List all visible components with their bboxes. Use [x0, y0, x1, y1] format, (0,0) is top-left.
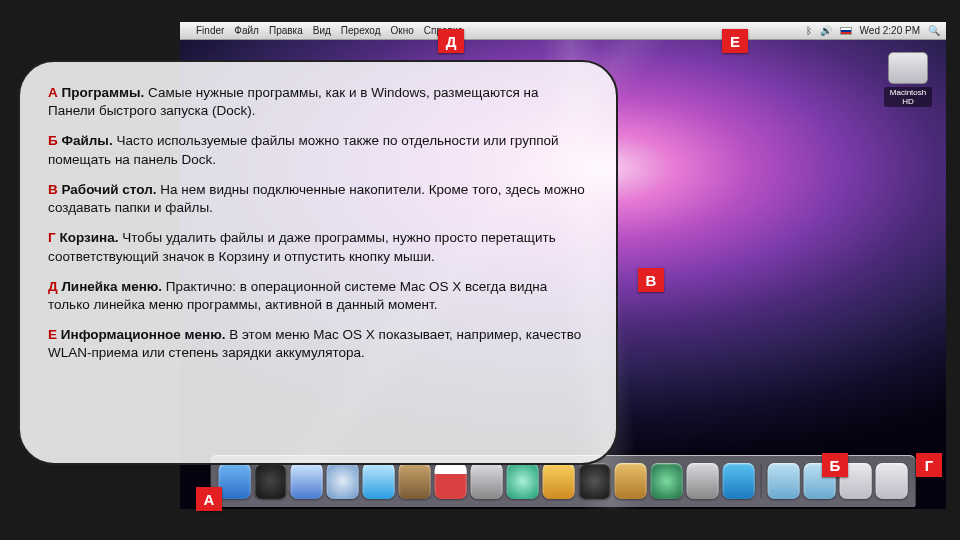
menu-bar: Finder Файл Правка Вид Переход Окно Спра… — [180, 22, 946, 40]
dock-item-finder[interactable] — [219, 463, 251, 499]
dock-separator — [760, 464, 761, 498]
card-item-v: В Рабочий стол. На нем видны подключенны… — [48, 181, 588, 217]
dock-item-preview[interactable] — [471, 463, 503, 499]
dock-item-appstore[interactable] — [722, 463, 754, 499]
card-item-e: Е Информационное меню. В этом меню Mac O… — [48, 326, 588, 362]
dock-item-ical[interactable] — [435, 463, 467, 499]
dock-item-addressbook[interactable] — [399, 463, 431, 499]
menubar-item-go[interactable]: Переход — [341, 25, 381, 36]
dock-item-folder-apps[interactable] — [767, 463, 799, 499]
marker-D: Д — [438, 29, 464, 53]
spotlight-icon[interactable]: 🔍 — [928, 25, 940, 36]
menubar-item-edit[interactable]: Правка — [269, 25, 303, 36]
marker-B: Б — [822, 453, 848, 477]
card-item-d: Д Линейка меню. Практично: в операционно… — [48, 278, 588, 314]
volume-icon[interactable]: 🔊 — [820, 25, 832, 36]
marker-V: В — [638, 268, 664, 292]
menu-bar-status: ᛒ 🔊 Wed 2:20 PM 🔍 — [806, 25, 940, 36]
marker-A: А — [196, 487, 222, 511]
card-item-b: Б Файлы. Часто используемые файлы можно … — [48, 132, 588, 168]
dock-item-safari[interactable] — [327, 463, 359, 499]
dock-item-mail[interactable] — [291, 463, 323, 499]
card-item-g: Г Корзина. Чтобы удалить файлы и даже пр… — [48, 229, 588, 265]
card-item-a: А Программы. Самые нужные программы, как… — [48, 84, 588, 120]
dock-item-itunes[interactable] — [507, 463, 539, 499]
dock-item-imovie[interactable] — [579, 463, 611, 499]
dock-item-sysprefs[interactable] — [687, 463, 719, 499]
dock-item-timemachine[interactable] — [651, 463, 683, 499]
dock-item-ichat[interactable] — [363, 463, 395, 499]
menubar-item-view[interactable]: Вид — [313, 25, 331, 36]
menubar-item-file[interactable]: Файл — [234, 25, 259, 36]
dock-item-garageband[interactable] — [615, 463, 647, 499]
menubar-item-window[interactable]: Окно — [391, 25, 414, 36]
clock[interactable]: Wed 2:20 PM — [860, 25, 920, 36]
desktop-drive-icon[interactable]: Macintosh HD — [884, 52, 932, 108]
dock-item-iphoto[interactable] — [543, 463, 575, 499]
menubar-app-name[interactable]: Finder — [196, 25, 224, 36]
bluetooth-icon[interactable]: ᛒ — [806, 25, 812, 36]
marker-E: Е — [722, 29, 748, 53]
marker-G: Г — [916, 453, 942, 477]
dock-item-trash[interactable] — [875, 463, 907, 499]
dock-item-dashboard[interactable] — [255, 463, 287, 499]
info-card: А Программы. Самые нужные программы, как… — [18, 60, 618, 465]
hard-drive-icon — [888, 52, 928, 84]
input-language-icon[interactable] — [840, 27, 852, 35]
desktop-drive-label: Macintosh HD — [884, 87, 932, 107]
